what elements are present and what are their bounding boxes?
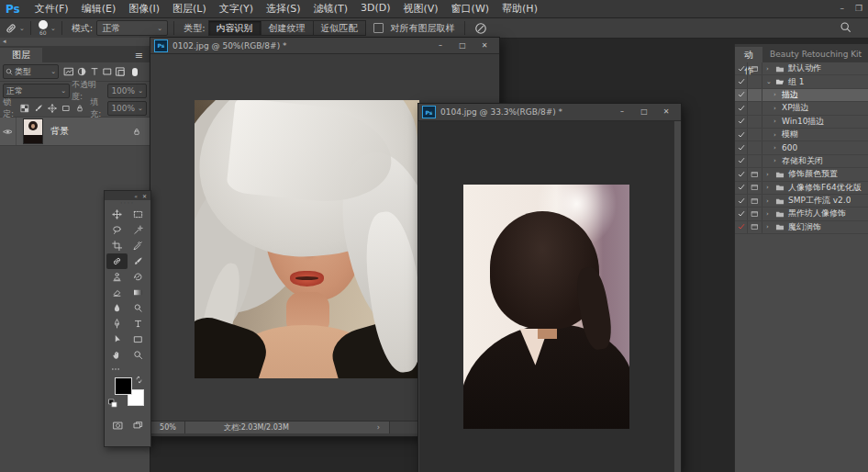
action-row[interactable]: ›描边 <box>735 89 868 102</box>
action-row[interactable]: ⌄组 1 <box>735 75 868 88</box>
chevron-right-icon[interactable]: › <box>766 65 772 73</box>
menu-item[interactable]: 3D(D) <box>354 2 397 16</box>
action-dialog-toggle[interactable] <box>748 102 762 114</box>
tab-beauty-retouching-kit[interactable]: Beauty Retouching Kit <box>762 47 868 62</box>
shape-filter-icon[interactable] <box>102 66 113 77</box>
document-canvas[interactable] <box>419 121 680 472</box>
action-dialog-toggle[interactable] <box>748 221 762 233</box>
layer-row-background[interactable]: 背景 <box>0 117 150 146</box>
brush-tool[interactable] <box>128 253 149 269</box>
action-row[interactable]: ›模糊 <box>735 129 868 141</box>
action-dialog-toggle[interactable] <box>748 75 762 87</box>
menu-item[interactable]: 滤镜(T) <box>307 2 354 16</box>
quick-mask-icon[interactable] <box>112 421 124 431</box>
tool-preset-picker[interactable]: ⌄ <box>0 22 25 35</box>
layer-visibility-toggle[interactable] <box>0 118 17 145</box>
action-dialog-toggle[interactable] <box>748 182 762 194</box>
chevron-right-icon[interactable]: › <box>766 210 772 218</box>
adjustment-filter-icon[interactable] <box>76 66 87 77</box>
chevron-right-icon[interactable]: › <box>766 184 772 191</box>
action-dialog-toggle[interactable] <box>748 195 762 207</box>
chevron-right-icon[interactable]: › <box>773 118 779 125</box>
menu-item[interactable]: 视图(V) <box>396 2 444 16</box>
blur-tool[interactable] <box>106 300 128 316</box>
lasso-tool[interactable] <box>106 222 128 238</box>
swap-colors-icon[interactable] <box>135 376 143 384</box>
action-dialog-toggle[interactable] <box>748 62 762 74</box>
action-row[interactable]: ›600 <box>735 141 868 154</box>
menu-item[interactable]: 编辑(E) <box>75 2 123 16</box>
pen-tool[interactable] <box>106 316 128 332</box>
sample-all-layers-checkbox[interactable] <box>373 23 384 33</box>
close-icon[interactable]: ✕ <box>655 105 677 119</box>
tab-actions[interactable]: 动作 <box>735 47 762 62</box>
type-option-button[interactable]: 内容识别 <box>208 20 262 36</box>
menu-item[interactable]: 图层(L) <box>166 2 213 16</box>
panel-collapse-icon[interactable]: ◂ <box>0 38 150 46</box>
lock-lock-icon[interactable] <box>75 104 84 113</box>
default-colors-icon[interactable] <box>108 399 117 408</box>
action-row[interactable]: ›XP描边 <box>735 102 868 115</box>
action-check-icon[interactable] <box>735 221 748 233</box>
marquee-tool[interactable] <box>128 207 149 222</box>
chevron-right-icon[interactable]: › <box>773 91 779 98</box>
action-check-icon[interactable] <box>735 155 748 167</box>
action-check-icon[interactable] <box>735 62 748 74</box>
action-check-icon[interactable] <box>735 195 748 207</box>
search-icon[interactable] <box>840 21 851 33</box>
panel-menu-icon[interactable]: ≡ <box>135 50 150 62</box>
action-row[interactable]: ›修饰颜色预置 <box>735 168 868 181</box>
action-check-icon[interactable] <box>735 116 748 128</box>
tab-layers[interactable]: 图层 <box>0 48 42 62</box>
action-check-icon[interactable] <box>735 102 748 114</box>
eraser-tool[interactable] <box>106 285 128 300</box>
chevron-right-icon[interactable]: › <box>773 144 779 152</box>
close-icon[interactable]: ✕ <box>142 193 147 199</box>
minimize-icon[interactable]: – <box>429 39 451 53</box>
action-row[interactable]: ›默认动作 <box>735 62 868 75</box>
document-titlebar[interactable]: Ps 0102.jpg @ 50%(RGB/8#) * – □ ✕ <box>150 38 499 54</box>
action-check-icon[interactable] <box>735 75 748 87</box>
type-option-button[interactable]: 创建纹理 <box>261 20 314 36</box>
action-row[interactable]: ›人像修饰F64优化版 <box>735 182 868 195</box>
maximize-icon[interactable]: □ <box>451 39 473 53</box>
zoom-tool[interactable] <box>128 347 149 363</box>
action-dialog-toggle[interactable] <box>748 116 762 128</box>
eyedropper-tool[interactable] <box>128 238 149 253</box>
action-row[interactable]: ›SMP工作流 v2.0 <box>735 195 868 208</box>
edit-toolbar-button[interactable] <box>105 363 150 375</box>
action-check-icon[interactable] <box>735 89 748 101</box>
action-check-icon[interactable] <box>735 168 748 180</box>
brush-size-picker[interactable]: 60 <box>39 20 48 36</box>
layer-search-dropdown[interactable]: 类型 ⌄ <box>3 64 59 79</box>
screen-mode-icon[interactable] <box>132 421 144 431</box>
chevron-down-icon[interactable]: ⌄ <box>766 78 772 85</box>
gradient-tool[interactable] <box>128 285 149 300</box>
fill-dropdown[interactable]: 100% ⌄ <box>107 101 147 116</box>
action-dialog-toggle[interactable] <box>748 89 762 101</box>
action-row[interactable]: ›Win10描边 <box>735 116 868 129</box>
foreground-color-swatch[interactable] <box>115 377 132 395</box>
action-dialog-toggle[interactable] <box>748 168 762 180</box>
type-option-button[interactable]: 近似匹配 <box>313 20 366 36</box>
restore-app-icon[interactable]: ❐ <box>855 1 862 16</box>
history-brush-tool[interactable] <box>128 269 149 285</box>
scrollbar[interactable] <box>673 121 681 472</box>
dodge-tool[interactable] <box>128 300 149 316</box>
action-dialog-toggle[interactable] <box>748 141 762 153</box>
drag-grip[interactable]: ···· <box>105 200 150 207</box>
menu-item[interactable]: 帮助(H) <box>495 2 544 16</box>
move-tool[interactable] <box>106 207 128 222</box>
action-check-icon[interactable] <box>735 208 748 219</box>
action-dialog-toggle[interactable] <box>748 208 762 219</box>
chevron-right-icon[interactable]: › <box>773 157 779 164</box>
type-tool[interactable] <box>128 316 149 332</box>
chevron-right-icon[interactable]: › <box>766 171 772 178</box>
lock-brush-icon[interactable] <box>34 104 43 113</box>
minimize-app-icon[interactable]: – <box>840 1 844 16</box>
action-dialog-toggle[interactable] <box>748 129 762 140</box>
dock-icon[interactable]: « <box>134 193 138 199</box>
lock-checker-icon[interactable] <box>20 104 29 113</box>
lock-move-icon[interactable] <box>48 104 57 113</box>
chevron-right-icon[interactable]: › <box>766 223 772 230</box>
